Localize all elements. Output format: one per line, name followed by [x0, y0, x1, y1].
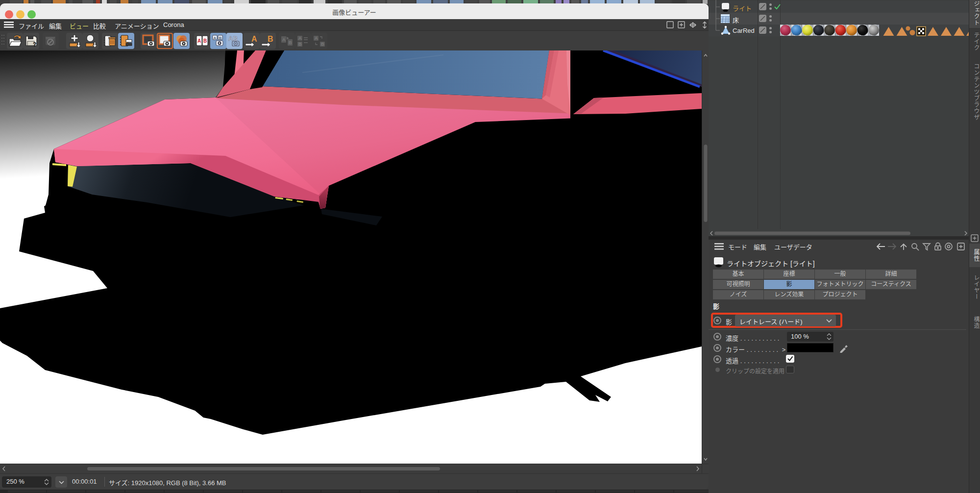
svg-text:B: B: [298, 42, 302, 47]
svg-text:B: B: [203, 38, 207, 44]
svg-text:A: A: [315, 36, 318, 41]
svg-text:B: B: [289, 40, 292, 45]
svg-text:A: A: [282, 37, 286, 42]
svg-text:A: A: [251, 35, 257, 43]
svg-text:?: ?: [33, 41, 36, 48]
svg-text:A: A: [298, 36, 302, 41]
svg-text:B: B: [321, 42, 324, 47]
svg-text:B: B: [219, 36, 222, 40]
svg-text:B: B: [268, 35, 273, 43]
svg-text:A: A: [197, 38, 201, 44]
svg-text:A: A: [214, 36, 217, 40]
